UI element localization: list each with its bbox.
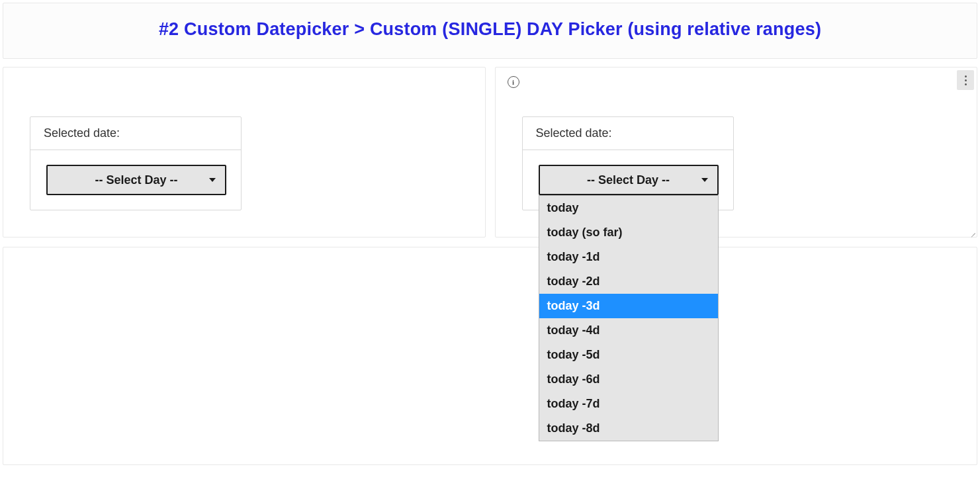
dropdown-item[interactable]: today -7d [539,392,718,416]
right-select-text: -- Select Day -- [587,173,670,187]
dropdown-item[interactable]: today -4d [539,318,718,343]
page-title: #2 Custom Datepicker > Custom (SINGLE) D… [14,19,966,40]
right-select-day[interactable]: -- Select Day -- [539,165,719,195]
left-select-day[interactable]: -- Select Day -- [46,165,226,195]
left-select-wrap: -- Select Day -- [30,150,241,210]
dropdown-list[interactable]: todaytoday (so far)today -1dtoday -2dtod… [539,195,719,441]
kebab-icon [965,75,967,85]
info-icon[interactable]: i [508,76,519,88]
dropdown-item[interactable]: today -3d [539,294,718,318]
right-select-wrap: -- Select Day -- todaytoday (so far)toda… [523,150,733,210]
right-datepicker-box: Selected date: -- Select Day -- todaytod… [522,116,734,210]
left-datepicker-label: Selected date: [30,117,241,150]
dropdown-item[interactable]: today -6d [539,367,718,392]
panel-row: Selected date: -- Select Day -- i [3,67,977,238]
dropdown-item[interactable]: today -2d [539,269,718,294]
right-panel-topbar: i [496,67,977,93]
left-panel-body: Selected date: -- Select Day -- [3,67,485,237]
chevron-down-icon [701,178,708,182]
right-panel: i Selected date: -- Select Day -- todayt… [495,67,978,238]
left-select-text: -- Select Day -- [95,173,177,187]
chevron-down-icon [209,178,216,182]
page-header: #2 Custom Datepicker > Custom (SINGLE) D… [3,3,977,59]
left-datepicker-box: Selected date: -- Select Day -- [30,116,242,210]
left-panel: Selected date: -- Select Day -- [3,67,486,238]
right-datepicker-label: Selected date: [523,117,733,150]
right-panel-body: Selected date: -- Select Day -- todaytod… [496,93,977,237]
dropdown-item[interactable]: today -5d [539,343,718,367]
panel-menu-button[interactable] [957,70,974,90]
dropdown-item[interactable]: today -1d [539,245,718,269]
dropdown-item[interactable]: today -8d [539,416,718,441]
dropdown-item[interactable]: today [539,196,718,220]
dropdown-item[interactable]: today (so far) [539,220,718,245]
bottom-empty-panel [3,247,977,465]
